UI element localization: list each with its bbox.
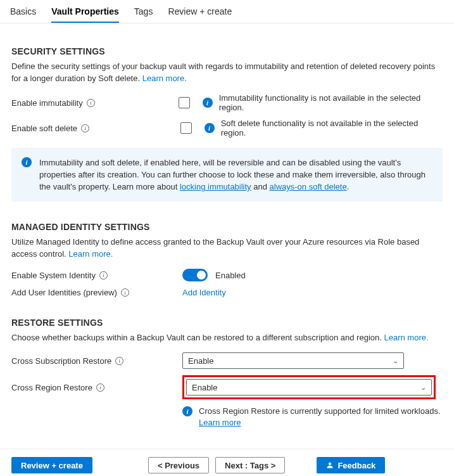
review-create-button[interactable]: Review + create <box>11 457 92 473</box>
identity-description: Utilize Managed Identity to define acces… <box>11 236 443 260</box>
security-desc-text: Define the security settings of your bac… <box>11 61 435 83</box>
previous-button[interactable]: < Previous <box>148 457 209 473</box>
identity-heading: MANAGED IDENTITY SETTINGS <box>11 222 443 232</box>
info-box-end: . <box>347 182 350 191</box>
immutability-label: Enable immutability <box>11 98 83 108</box>
softdelete-label: Enable soft delete <box>11 124 77 133</box>
crr-msg-text: Cross Region Restore is currently suppor… <box>199 406 441 416</box>
immutability-row: Enable immutability i i Immutability fun… <box>11 93 443 112</box>
chevron-down-icon: ⌄ <box>420 383 426 392</box>
csr-row: Cross Subscription Restore i Enable ⌄ <box>11 352 443 369</box>
add-identity-link[interactable]: Add Identity <box>182 288 226 297</box>
tab-vault-properties[interactable]: Vault Properties <box>51 0 119 23</box>
info-icon: i <box>22 157 32 167</box>
restore-desc-text: Choose whether backups within a Backup V… <box>11 333 384 342</box>
system-identity-label: Enable System Identity <box>11 271 96 280</box>
restore-description: Choose whether backups within a Backup V… <box>11 331 443 344</box>
enabled-text: Enabled <box>215 271 246 280</box>
softdelete-row: Enable soft delete i i Soft delete funct… <box>11 119 443 138</box>
restore-learn-more-link[interactable]: Learn more. <box>384 333 429 342</box>
system-identity-row: Enable System Identity i Enabled <box>11 269 443 281</box>
locking-immutability-link[interactable]: locking immutability <box>180 182 251 191</box>
feedback-button[interactable]: Feedback <box>317 457 385 473</box>
feedback-label: Feedback <box>337 461 375 470</box>
security-heading: SECURITY SETTINGS <box>11 46 443 56</box>
add-user-identities-label: Add User Identities (preview) <box>11 288 117 297</box>
csr-select[interactable]: Enable ⌄ <box>182 352 404 369</box>
immutability-msg: Immutability functionality is not availa… <box>219 93 443 112</box>
restore-heading: RESTORE SETTINGS <box>11 318 443 328</box>
crr-msg: i Cross Region Restore is currently supp… <box>182 406 443 428</box>
security-description: Define the security settings of your bac… <box>11 60 443 84</box>
tab-bar: Basics Vault Properties Tags Review + cr… <box>0 0 454 23</box>
security-learn-more-link[interactable]: Learn more. <box>142 74 187 83</box>
softdelete-checkbox[interactable] <box>180 122 192 134</box>
chevron-down-icon: ⌄ <box>393 357 398 365</box>
info-icon[interactable]: i <box>81 124 89 132</box>
crr-value: Enable <box>192 383 217 392</box>
crr-label: Cross Region Restore <box>11 383 92 392</box>
tab-tags[interactable]: Tags <box>134 0 153 23</box>
next-button[interactable]: Next : Tags > <box>215 457 285 473</box>
add-user-identities-row: Add User Identities (preview) i Add Iden… <box>11 288 443 297</box>
csr-label: Cross Subscription Restore <box>11 356 111 366</box>
tab-review-create[interactable]: Review + create <box>168 0 232 23</box>
info-icon[interactable]: i <box>99 271 108 280</box>
system-identity-toggle[interactable] <box>182 269 208 281</box>
crr-highlight-box: Enable ⌄ <box>182 375 436 399</box>
immutability-checkbox[interactable] <box>179 97 190 108</box>
info-icon[interactable]: i <box>115 357 123 365</box>
info-icon[interactable]: i <box>121 288 129 297</box>
softdelete-msg: Soft delete functionality is not availab… <box>221 119 443 138</box>
info-icon[interactable]: i <box>96 383 104 392</box>
csr-value: Enable <box>188 356 213 366</box>
tab-basics[interactable]: Basics <box>10 0 36 23</box>
info-box-mid: and <box>251 182 270 191</box>
person-icon <box>326 461 334 469</box>
info-icon: i <box>203 98 213 108</box>
always-on-soft-delete-link[interactable]: always-on soft delete <box>270 182 347 191</box>
crr-select[interactable]: Enable ⌄ <box>186 379 432 396</box>
crr-learn-more-link[interactable]: Learn more <box>199 418 241 427</box>
info-icon[interactable]: i <box>87 99 95 107</box>
info-icon: i <box>182 406 192 416</box>
identity-learn-more-link[interactable]: Learn more. <box>68 249 113 259</box>
info-icon: i <box>205 123 215 133</box>
security-info-box: i Immutability and soft delete, if enabl… <box>11 148 443 202</box>
crr-row: Cross Region Restore i Enable ⌄ <box>11 375 443 399</box>
footer-bar: Review + create < Previous Next : Tags >… <box>0 449 454 476</box>
